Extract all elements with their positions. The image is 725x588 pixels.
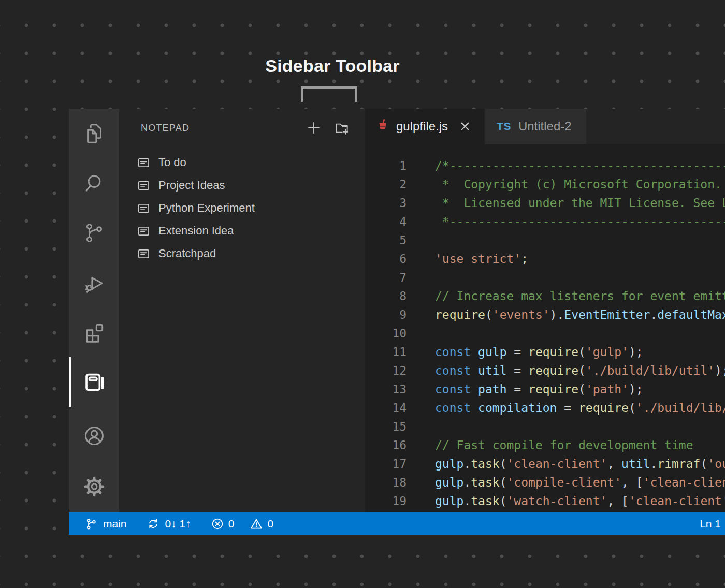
code-text: const util = require('./build/lib/util')… xyxy=(435,361,725,380)
code-line[interactable]: 4 *-------------------------------------… xyxy=(365,212,725,231)
activity-bar-item-explorer[interactable] xyxy=(69,109,119,158)
code-line[interactable]: 5 xyxy=(365,231,725,249)
code-text: /*--------------------------------------… xyxy=(435,156,725,175)
code-line[interactable]: 6 'use strict'; xyxy=(365,249,725,268)
vscode-window: NOTEPAD xyxy=(69,109,725,535)
code-line[interactable]: 18 gulp.task('compile-client', ['clean-c… xyxy=(365,473,725,492)
new-folder-icon xyxy=(334,120,350,136)
tab-untitled-2[interactable]: TS Untitled-2 xyxy=(485,109,586,144)
code-line[interactable]: 3 * Licensed under the MIT License. See … xyxy=(365,194,725,212)
status-bar: main 0↓ 1↑ 0 0 Ln 1 xyxy=(69,512,725,535)
note-icon xyxy=(137,247,151,261)
code-line[interactable]: 1 /*------------------------------------… xyxy=(365,156,725,175)
note-label: Project Ideas xyxy=(158,179,225,192)
error-icon xyxy=(211,517,224,531)
plus-icon xyxy=(306,120,322,136)
gulp-icon xyxy=(376,118,389,135)
line-number: 6 xyxy=(365,249,407,268)
notepad-icon xyxy=(82,370,106,394)
note-list-item[interactable]: Scratchpad xyxy=(119,242,365,265)
code-line[interactable]: 15 xyxy=(365,417,725,436)
tab-bar: gulpfile.js TS Untitled-2 xyxy=(365,109,725,144)
line-number: 5 xyxy=(365,231,407,249)
error-count: 0 xyxy=(228,518,235,530)
activity-bar-item-accounts[interactable] xyxy=(69,411,119,461)
code-text: * Licensed under the MIT License. See Li… xyxy=(435,194,725,212)
activity-bar-item-extensions[interactable] xyxy=(69,307,119,357)
sidebar-toolbar xyxy=(304,118,352,138)
activity-bar-item-notepad[interactable] xyxy=(69,357,119,407)
note-icon xyxy=(137,201,151,215)
source-control-icon xyxy=(82,221,106,245)
code-line[interactable]: 16 // Fast compile for development time xyxy=(365,436,725,454)
sidebar: NOTEPAD xyxy=(119,109,365,512)
warning-count: 0 xyxy=(267,518,273,530)
code-line[interactable]: 2 * Copyright (c) Microsoft Corporation.… xyxy=(365,175,725,194)
activity-bar xyxy=(69,109,119,512)
activity-bar-item-settings[interactable] xyxy=(69,462,119,511)
line-number: 13 xyxy=(365,380,407,399)
code-line[interactable]: 14 const compilation = require('./build/… xyxy=(365,399,725,417)
gear-icon xyxy=(82,475,106,498)
note-list-item[interactable]: Project Ideas xyxy=(119,174,365,197)
code-line[interactable]: 11 const gulp = require('gulp'); xyxy=(365,343,725,361)
line-number: 12 xyxy=(365,361,407,380)
line-number: 14 xyxy=(365,399,407,417)
code-line[interactable]: 13 const path = require('path'); xyxy=(365,380,725,399)
new-note-button[interactable] xyxy=(304,118,324,138)
note-list-item[interactable]: Extension Idea xyxy=(119,219,365,242)
code-line[interactable]: 8 // Increase max listeners for event em… xyxy=(365,287,725,305)
sync-indicator[interactable]: 0↓ 1↑ xyxy=(147,517,191,531)
line-number: 3 xyxy=(365,194,407,212)
line-number: 16 xyxy=(365,436,407,454)
line-number: 10 xyxy=(365,324,407,343)
tab-gulpfile-js[interactable]: gulpfile.js xyxy=(365,109,484,144)
line-number: 15 xyxy=(365,417,407,436)
note-label: Extension Idea xyxy=(158,224,234,238)
tab-label: Untitled-2 xyxy=(518,119,572,134)
code-line[interactable]: 19 gulp.task('watch-client', ['clean-cli… xyxy=(365,492,725,510)
code-text: gulp.task('compile-client', ['clean-clie… xyxy=(435,473,725,492)
activity-bar-item-run-debug[interactable] xyxy=(69,258,119,307)
new-folder-button[interactable] xyxy=(332,118,352,138)
code-text: // Increase max listeners for event emit… xyxy=(435,287,725,305)
code-line[interactable]: 10 xyxy=(365,324,725,343)
note-list-item[interactable]: Python Experiment xyxy=(119,197,365,219)
line-number: 7 xyxy=(365,268,407,287)
code-text: 'use strict'; xyxy=(435,249,528,268)
annotation-title: Sidebar Toolbar xyxy=(252,56,413,76)
code-line[interactable]: 7 xyxy=(365,268,725,287)
sidebar-title: NOTEPAD xyxy=(141,123,304,134)
debug-icon xyxy=(82,271,106,295)
code-text: * Copyright (c) Microsoft Corporation. A… xyxy=(435,175,725,194)
code-text: const gulp = require('gulp'); xyxy=(435,343,643,361)
desktop-background: Sidebar Toolbar xyxy=(0,0,725,588)
problems-indicator[interactable]: 0 0 xyxy=(211,517,273,531)
line-number: 11 xyxy=(365,343,407,361)
code-line[interactable]: 9 require('events').EventEmitter.default… xyxy=(365,305,725,324)
line-number: 19 xyxy=(365,492,407,510)
editor-group: gulpfile.js TS Untitled-2 1 /*----------… xyxy=(365,109,725,512)
code-line[interactable]: 17 gulp.task('clean-client', util.rimraf… xyxy=(365,454,725,473)
annotation-bracket xyxy=(301,86,357,102)
note-icon xyxy=(137,156,151,170)
account-icon xyxy=(82,424,106,448)
code-text: *---------------------------------------… xyxy=(435,212,725,231)
activity-bar-item-search[interactable] xyxy=(69,158,119,208)
note-label: Python Experiment xyxy=(158,201,255,215)
code-editor[interactable]: 1 /*------------------------------------… xyxy=(365,144,725,512)
sync-count: 0↓ 1↑ xyxy=(165,518,191,530)
line-number: 18 xyxy=(365,473,407,492)
note-list: To do Project Ideas Python Experiment Ex… xyxy=(119,151,365,265)
line-number: 1 xyxy=(365,156,407,175)
cursor-position[interactable]: Ln 1 xyxy=(700,518,721,530)
sidebar-header: NOTEPAD xyxy=(119,109,365,144)
activity-bar-spacer xyxy=(69,407,119,411)
activity-bar-item-source-control[interactable] xyxy=(69,208,119,258)
branch-indicator[interactable]: main xyxy=(84,517,127,531)
code-line[interactable]: 12 const util = require('./build/lib/uti… xyxy=(365,361,725,380)
close-icon[interactable] xyxy=(457,119,473,134)
code-text: const compilation = require('./build/lib… xyxy=(435,399,725,417)
git-branch-icon xyxy=(84,517,98,531)
note-list-item[interactable]: To do xyxy=(119,151,365,174)
